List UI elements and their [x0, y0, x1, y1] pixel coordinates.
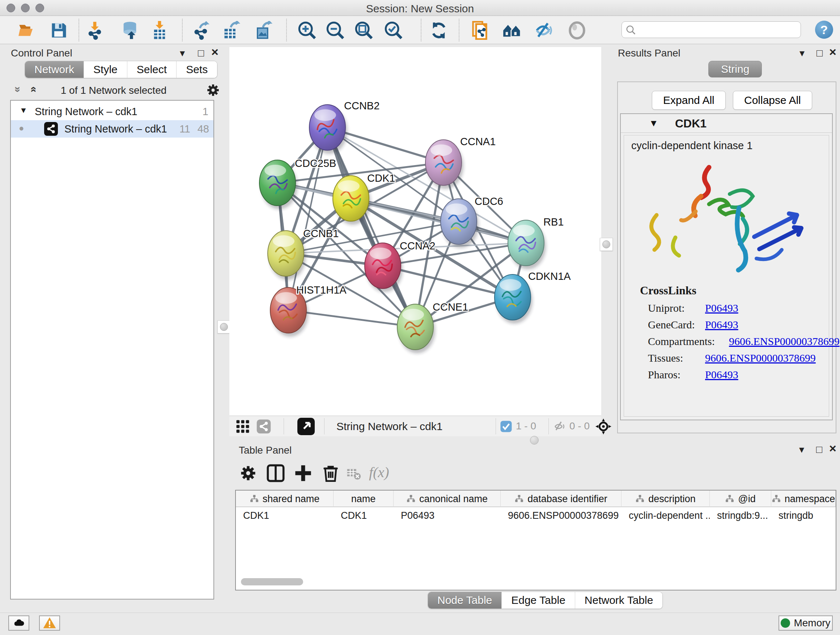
expand-all-button[interactable]: Expand All	[652, 91, 726, 110]
tab-select[interactable]: Select	[127, 61, 177, 78]
import-table-icon[interactable]	[150, 21, 169, 40]
control-panel-menu-icon[interactable]: ▾	[180, 47, 185, 59]
column-header-description[interactable]: description	[622, 491, 710, 507]
tab-node-table[interactable]: Node Table	[428, 592, 502, 608]
network-node-CCNE1[interactable]	[397, 304, 435, 353]
table-panel-float-icon[interactable]: □	[816, 443, 822, 456]
export-table-icon[interactable]	[222, 21, 241, 40]
table-cell[interactable]: CDK1	[236, 508, 333, 524]
import-network-icon[interactable]	[85, 21, 104, 40]
birds-eye-view-button[interactable]	[297, 418, 315, 435]
show-columns-icon[interactable]	[266, 464, 285, 483]
zoom-selected-icon[interactable]	[384, 21, 403, 40]
network-node-CCNB2[interactable]	[309, 105, 347, 154]
collection-disclosure-icon[interactable]: ▼	[19, 106, 27, 115]
selected-count-badge: 1 - 0	[516, 420, 536, 432]
left-splitter-handle[interactable]	[218, 320, 231, 333]
column-header-@id[interactable]: @id	[710, 491, 771, 507]
network-node-CDK1[interactable]	[333, 176, 371, 225]
table-type-tabs: Node TableEdge TableNetwork Table	[428, 592, 663, 609]
help-button[interactable]: ?	[815, 21, 833, 39]
column-header-name[interactable]: name	[333, 491, 393, 507]
column-header-canonical-name[interactable]: canonical name	[393, 491, 501, 507]
table-cell[interactable]: cyclin-dependent ...	[622, 508, 710, 524]
hidden-eye-icon[interactable]	[553, 420, 567, 432]
network-canvas[interactable]: CCNB2CCNA1CDC25BCDK1CDC6RB1CCNB1CCNA2CDK…	[229, 47, 601, 416]
grid-view-icon[interactable]	[235, 419, 250, 434]
network-edge-CCNB2-CCNE1[interactable]	[327, 127, 415, 327]
zoom-fit-icon[interactable]	[355, 21, 373, 40]
table-cell[interactable]: stringdb:9...	[710, 508, 771, 524]
network-node-CCNA2[interactable]	[365, 243, 403, 292]
search-icon	[625, 25, 636, 35]
gene-card-header[interactable]: ▼ CDK1	[621, 114, 832, 133]
results-panel-close-icon[interactable]: ×	[829, 46, 836, 58]
table-row[interactable]: CDK1CDK1P064939606.ENSP00000378699cyclin…	[236, 508, 836, 524]
tab-string[interactable]: String	[708, 61, 762, 78]
warnings-button[interactable]	[39, 616, 60, 631]
column-header-database-identifier[interactable]: database identifier	[501, 491, 622, 507]
results-panel-menu-icon[interactable]: ▾	[799, 47, 805, 59]
crosslink-link[interactable]: P06493	[705, 302, 738, 314]
tab-edge-table[interactable]: Edge Table	[502, 592, 575, 608]
network-node-CDKN1A[interactable]	[494, 274, 532, 324]
tab-network[interactable]: Network	[25, 61, 84, 78]
memory-button[interactable]: Memory	[778, 616, 833, 631]
tab-network-table[interactable]: Network Table	[575, 592, 663, 608]
crosslink-label: GeneCard:	[648, 318, 695, 331]
delete-table-icon[interactable]	[346, 467, 362, 481]
refresh-icon[interactable]	[429, 21, 448, 40]
hide-unhide-icon[interactable]	[534, 21, 553, 40]
clone-network-icon[interactable]	[471, 21, 489, 40]
hidden-count-badge: 0 - 0	[569, 420, 590, 432]
network-options-gear-icon[interactable]	[205, 82, 221, 98]
network-node-RB1[interactable]	[508, 220, 546, 269]
table-panel-close-icon[interactable]: ×	[829, 442, 836, 454]
right-splitter-handle[interactable]	[600, 238, 613, 251]
import-network-from-database-icon[interactable]	[120, 21, 139, 40]
table-horizontal-scrollbar[interactable]	[241, 578, 303, 585]
delete-column-icon[interactable]	[321, 464, 340, 483]
tab-style[interactable]: Style	[84, 61, 127, 78]
network-node-CDC6[interactable]	[441, 199, 478, 248]
network-row[interactable]: ● String Network – cdk1 11 48	[11, 120, 213, 138]
network-node-CCNB1[interactable]	[268, 231, 306, 280]
function-builder-icon[interactable]: f(x)	[369, 464, 389, 481]
table-cell[interactable]: stringdb	[771, 508, 836, 524]
column-header-label: @id	[738, 494, 755, 505]
results-panel-float-icon[interactable]: □	[816, 47, 823, 59]
home-icon[interactable]	[502, 21, 521, 40]
table-cell[interactable]: P06493	[393, 508, 501, 524]
export-network-icon[interactable]	[192, 21, 211, 40]
save-session-icon[interactable]	[50, 21, 68, 40]
collapse-all-button[interactable]: Collapse All	[733, 91, 812, 110]
control-panel-float-icon[interactable]: □	[198, 47, 204, 59]
control-panel-close-icon[interactable]: ×	[211, 46, 218, 58]
cloud-button[interactable]	[8, 616, 29, 631]
show-graphics-details-icon[interactable]	[568, 21, 586, 40]
table-panel-menu-icon[interactable]: ▾	[799, 443, 804, 456]
column-header-namespace[interactable]: namespace	[771, 491, 836, 507]
network-share-view-icon[interactable]	[256, 419, 271, 434]
status-bar: Memory	[0, 613, 840, 635]
selected-checkbox-icon[interactable]	[500, 420, 512, 432]
gene-disclosure-icon[interactable]: ▼	[649, 118, 658, 129]
export-image-icon[interactable]	[254, 21, 273, 40]
search-input[interactable]	[639, 22, 797, 37]
network-collection-row[interactable]: ▼ String Network – cdk1 1	[11, 103, 213, 120]
crosshair-icon[interactable]	[595, 418, 612, 435]
tab-sets[interactable]: Sets	[177, 61, 217, 78]
crosslink-link[interactable]: P06493	[705, 318, 738, 331]
crosslink-link[interactable]: P06493	[705, 369, 738, 381]
crosslink-link[interactable]: 9606.ENSP00000378699	[705, 352, 816, 364]
table-options-gear-icon[interactable]	[239, 464, 257, 483]
zoom-in-icon[interactable]	[298, 21, 317, 40]
zoom-out-icon[interactable]	[326, 21, 345, 40]
create-column-icon[interactable]	[294, 464, 313, 483]
open-session-icon[interactable]	[18, 21, 36, 40]
column-header-shared-name[interactable]: shared name	[236, 491, 333, 507]
table-cell[interactable]: CDK1	[333, 508, 393, 524]
memory-status-dot	[781, 618, 790, 628]
table-cell[interactable]: 9606.ENSP00000378699	[501, 508, 622, 524]
crosslink-link[interactable]: 9606.ENSP00000378699	[729, 335, 840, 348]
